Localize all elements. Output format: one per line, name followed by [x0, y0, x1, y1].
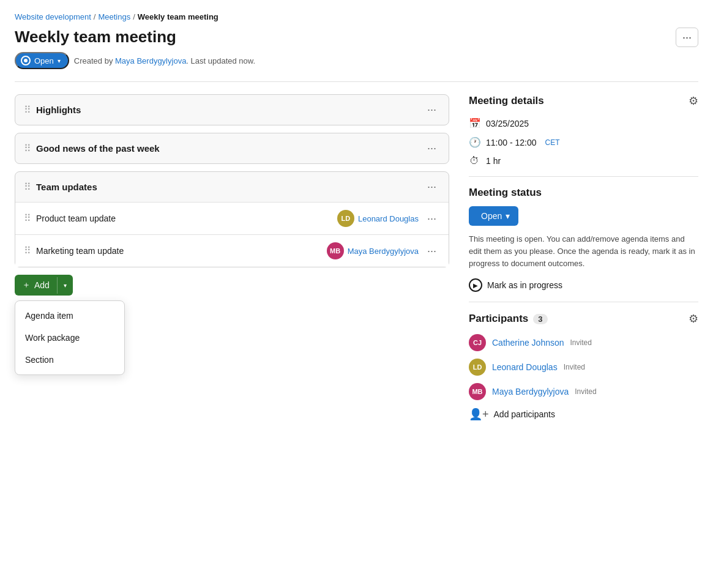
avatar-maya-p: MB — [469, 383, 486, 400]
participants-title-row: Participants 3 — [469, 313, 548, 325]
meeting-date-row: 📅 03/25/2025 — [469, 117, 698, 129]
dropdown-item-agenda[interactable]: Agenda item — [15, 305, 124, 327]
add-participants-button[interactable]: 👤+ Add participants — [469, 408, 555, 421]
participant-name-catherine[interactable]: Catherine Johnson — [492, 338, 564, 348]
item-menu-product[interactable]: ··· — [424, 211, 440, 226]
meeting-status-description: This meeting is open. You can add/remove… — [469, 233, 698, 270]
add-dropdown-menu: Agenda item Work package Section — [15, 300, 125, 375]
meeting-time: 11:00 - 12:00 — [486, 138, 537, 147]
participants-count: 3 — [533, 314, 547, 324]
add-chevron-icon: ▾ — [57, 277, 73, 294]
section-header-goodnews: ⠿ Good news of the past week ··· — [15, 133, 449, 163]
right-panel: Meeting details ⚙ 📅 03/25/2025 🕐 11:00 -… — [469, 94, 698, 421]
page-title: Weekly team meeting — [15, 28, 176, 47]
status-divider — [469, 302, 698, 302]
participants-header: Participants 3 ⚙ — [469, 312, 698, 326]
agenda-item-title-marketing: Marketing team update — [36, 246, 322, 256]
agenda-item-marketing: ⠿ Marketing team update MB Maya Berdygyl… — [15, 234, 449, 267]
mark-progress-label: Mark as in progress — [487, 280, 562, 290]
participant-row-leonard: LD Leonard Douglas Invited — [469, 359, 698, 376]
meeting-duration-row: ⏱ 1 hr — [469, 155, 698, 166]
avatar-leonard-p: LD — [469, 359, 486, 376]
participant-status-leonard: Invited — [564, 363, 585, 371]
breadcrumb-current: Weekly team meeting — [138, 12, 218, 21]
creator-link[interactable]: Maya Berdygylyjova — [115, 56, 186, 65]
item-menu-marketing[interactable]: ··· — [424, 244, 440, 259]
participants-section: Participants 3 ⚙ CJ Catherine Johnson In… — [469, 312, 698, 421]
section-header-teamupdates: ⠿ Team updates ··· — [15, 172, 449, 202]
mark-progress-button[interactable]: ▶ Mark as in progress — [469, 278, 562, 292]
assignee-name-maya: Maya Berdygylyjova — [348, 247, 419, 256]
status-badge[interactable]: Open ▾ — [15, 52, 69, 69]
meeting-duration: 1 hr — [486, 156, 501, 166]
avatar-leonard: LD — [337, 210, 354, 227]
section-menu-goodnews[interactable]: ··· — [424, 141, 440, 156]
meeting-status-section: Meeting status Open ▾ This meeting is op… — [469, 187, 698, 292]
duration-icon: ⏱ — [469, 155, 480, 166]
created-by-text: Created by Maya Berdygylyjova. Last upda… — [74, 56, 255, 65]
section-title-goodnews: Good news of the past week — [36, 143, 419, 154]
drag-handle-highlights[interactable]: ⠿ — [24, 105, 31, 115]
section-menu-teamupdates[interactable]: ··· — [424, 179, 440, 195]
breadcrumb-link-website[interactable]: Website development — [15, 12, 91, 21]
meeting-details-gear-button[interactable]: ⚙ — [689, 94, 698, 108]
breadcrumb-link-meetings[interactable]: Meetings — [98, 12, 130, 21]
breadcrumb-sep-1: / — [94, 12, 96, 21]
details-divider — [469, 176, 698, 177]
participant-status-catherine: Invited — [570, 338, 592, 347]
participant-row-catherine: CJ Catherine Johnson Invited — [469, 334, 698, 351]
add-area: ＋ Add ▾ Agenda item Work package Section — [15, 275, 449, 296]
play-circle-icon: ▶ — [469, 278, 482, 292]
header-divider — [15, 81, 698, 82]
drag-handle-product[interactable]: ⠿ — [24, 214, 31, 223]
meeting-details-title: Meeting details — [469, 95, 544, 107]
meeting-date: 03/25/2025 — [486, 119, 529, 128]
drag-handle-teamupdates[interactable]: ⠿ — [24, 182, 31, 192]
section-menu-highlights[interactable]: ··· — [424, 102, 440, 117]
add-label: Add — [34, 280, 50, 290]
meeting-status-chevron-icon: ▾ — [506, 211, 510, 221]
agenda-section-teamupdates: ⠿ Team updates ··· ⠿ Product team update… — [15, 171, 449, 267]
participants-title: Participants — [469, 313, 528, 325]
section-header-highlights: ⠿ Highlights ··· — [15, 95, 449, 125]
participants-gear-button[interactable]: ⚙ — [689, 312, 698, 326]
assignee-maya[interactable]: MB Maya Berdygylyjova — [327, 242, 419, 259]
add-participant-icon: 👤+ — [469, 408, 489, 421]
agenda-item-title-product: Product team update — [36, 214, 332, 223]
calendar-icon: 📅 — [469, 117, 480, 129]
clock-icon: 🕐 — [469, 136, 480, 148]
dropdown-item-workpackage[interactable]: Work package — [15, 327, 124, 349]
meeting-status-label: Open — [481, 211, 502, 221]
section-title-teamupdates: Team updates — [36, 182, 419, 192]
left-panel: ⠿ Highlights ··· ⠿ Good news of the past… — [15, 94, 449, 421]
avatar-catherine: CJ — [469, 334, 486, 351]
participant-name-leonard[interactable]: Leonard Douglas — [492, 362, 558, 372]
status-row: Open ▾ Created by Maya Berdygylyjova. La… — [15, 52, 698, 69]
page-header: Weekly team meeting ··· — [15, 28, 698, 47]
add-button[interactable]: ＋ Add ▾ — [15, 275, 73, 296]
assignee-leonard[interactable]: LD Leonard Douglas — [337, 210, 419, 227]
agenda-section-highlights: ⠿ Highlights ··· — [15, 94, 449, 125]
drag-handle-goodnews[interactable]: ⠿ — [24, 144, 31, 154]
participant-row-maya: MB Maya Berdygylyjova Invited — [469, 383, 698, 400]
drag-handle-marketing[interactable]: ⠿ — [24, 246, 31, 256]
breadcrumb: Website development / Meetings / Weekly … — [15, 12, 698, 21]
dropdown-item-section[interactable]: Section — [15, 349, 124, 371]
avatar-maya: MB — [327, 242, 344, 259]
meeting-details-header: Meeting details ⚙ — [469, 94, 698, 108]
main-layout: ⠿ Highlights ··· ⠿ Good news of the past… — [15, 94, 698, 421]
agenda-section-goodnews: ⠿ Good news of the past week ··· — [15, 133, 449, 164]
meeting-status-title: Meeting status — [469, 187, 698, 199]
participant-name-maya[interactable]: Maya Berdygylyjova — [492, 387, 569, 396]
add-icon: ＋ — [22, 280, 31, 291]
meeting-timezone: CET — [545, 138, 560, 147]
add-participants-label: Add participants — [494, 409, 555, 419]
meeting-time-row: 🕐 11:00 - 12:00 CET — [469, 136, 698, 148]
breadcrumb-sep-2: / — [133, 12, 135, 21]
status-label: Open — [34, 56, 54, 65]
status-chevron-icon: ▾ — [58, 58, 61, 64]
status-circle-icon — [21, 56, 31, 65]
add-button-main: ＋ Add — [15, 275, 57, 296]
more-options-button[interactable]: ··· — [676, 28, 698, 47]
meeting-status-open-button[interactable]: Open ▾ — [469, 206, 518, 226]
